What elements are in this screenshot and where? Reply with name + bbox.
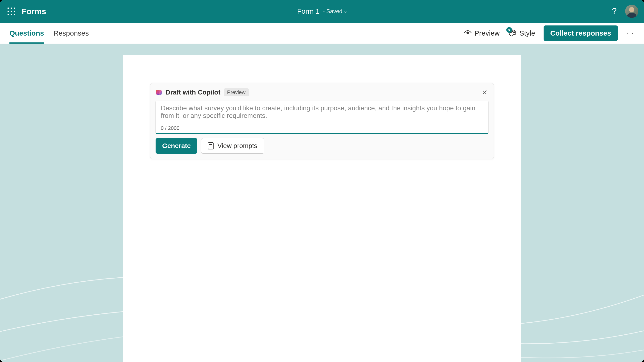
svg-point-0	[467, 32, 468, 34]
preview-badge: Preview	[224, 88, 249, 96]
tab-responses[interactable]: Responses	[54, 22, 89, 44]
svg-point-2	[512, 31, 513, 32]
character-counter: 0 / 2000	[161, 125, 483, 131]
copilot-card: Draft with Copilot Preview 0 / 2000 Gene…	[150, 83, 494, 159]
save-status: - Saved ⌵	[323, 8, 347, 14]
help-button[interactable]: ?	[612, 6, 617, 16]
copilot-actions: Generate View prompts	[156, 138, 488, 154]
style-button[interactable]: Style	[508, 29, 535, 38]
app-launcher-button[interactable]	[6, 6, 17, 17]
main-content: Draft with Copilot Preview 0 / 2000 Gene…	[0, 44, 644, 362]
eye-icon	[464, 29, 472, 37]
user-avatar[interactable]	[625, 5, 638, 18]
view-prompts-label: View prompts	[217, 142, 257, 150]
app-title[interactable]: Forms	[22, 7, 46, 16]
form-title: Form 1	[297, 7, 320, 15]
chevron-down-icon: ⌵	[344, 9, 347, 14]
copilot-prompt-input[interactable]	[161, 104, 483, 123]
view-prompts-button[interactable]: View prompts	[201, 138, 264, 154]
preview-label: Preview	[474, 29, 500, 37]
tab-questions[interactable]: Questions	[10, 22, 44, 44]
style-icon	[508, 29, 517, 38]
form-canvas: Draft with Copilot Preview 0 / 2000 Gene…	[123, 55, 521, 362]
app-header: Forms Form 1 - Saved ⌵ ?	[0, 0, 644, 22]
close-button[interactable]	[481, 88, 488, 96]
style-label: Style	[520, 29, 535, 37]
collect-responses-button[interactable]: Collect responses	[544, 26, 618, 41]
form-title-area[interactable]: Form 1 - Saved ⌵	[297, 7, 347, 15]
prompts-icon	[208, 142, 214, 150]
prompt-input-wrapper: 0 / 2000	[156, 101, 488, 134]
svg-point-3	[514, 32, 514, 33]
preview-button[interactable]: Preview	[464, 29, 500, 37]
copilot-title: Draft with Copilot	[166, 88, 220, 96]
close-icon	[482, 90, 487, 95]
toolbar: Questions Responses Preview	[0, 22, 644, 44]
tabs: Questions Responses	[10, 22, 89, 44]
generate-button[interactable]: Generate	[156, 138, 197, 154]
more-options-button[interactable]: ···	[626, 30, 634, 37]
copilot-header: Draft with Copilot Preview	[156, 88, 488, 96]
waffle-icon	[8, 8, 15, 15]
style-badge-icon	[506, 27, 512, 33]
copilot-icon	[156, 89, 162, 96]
